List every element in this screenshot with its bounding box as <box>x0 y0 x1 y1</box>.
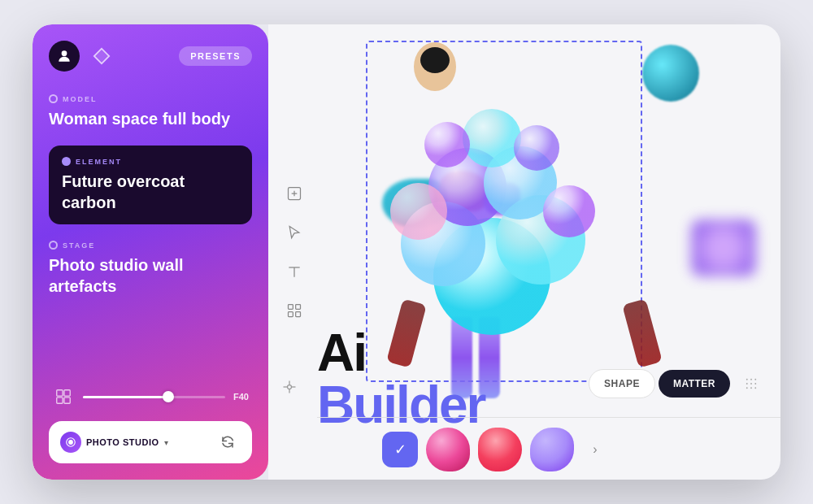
svg-point-0 <box>62 50 67 56</box>
layers-icon <box>52 385 75 408</box>
svg-point-26 <box>424 122 470 167</box>
thumbnails-row: ✓ › <box>317 428 780 471</box>
matter-button[interactable]: MATTER <box>659 370 730 398</box>
chevron-down-icon: ▾ <box>164 438 168 447</box>
slider-thumb[interactable] <box>163 391 174 402</box>
cursor-tool-button[interactable] <box>281 219 307 245</box>
shape-matter-row: SHAPE MATTER <box>589 369 764 398</box>
bottom-bar: PHOTO STUDIO ▾ <box>49 421 252 463</box>
teal-sphere-decoration <box>642 45 699 102</box>
top-bar: PRESETS <box>49 41 252 72</box>
svg-rect-12 <box>289 305 293 310</box>
diamond-icon[interactable] <box>88 42 115 70</box>
svg-rect-1 <box>57 390 63 396</box>
app-container: PRESETS MODEL Woman space full body ELEM… <box>33 24 780 480</box>
adjust-icon[interactable] <box>281 379 298 398</box>
blurred-decoration <box>691 219 756 276</box>
add-tool-button[interactable] <box>281 180 307 206</box>
svg-point-5 <box>68 440 73 445</box>
slider-fill <box>83 396 168 398</box>
sphere-cluster <box>362 89 622 366</box>
stage-value: Photo studio wall artefacts <box>49 254 252 297</box>
shape-button[interactable]: SHAPE <box>589 369 655 398</box>
next-thumbnails-button[interactable]: › <box>582 437 608 463</box>
photo-studio-label: PHOTO STUDIO <box>86 437 159 447</box>
element-box: ELEMENT Future overcoat carbon <box>49 146 252 224</box>
slider-row: F40 <box>49 385 252 408</box>
svg-rect-15 <box>296 312 301 317</box>
svg-point-23 <box>390 183 447 240</box>
arm-right <box>622 298 663 367</box>
thumbnail-1[interactable] <box>426 428 470 471</box>
stage-label: STAGE <box>49 241 252 250</box>
element-label: ELEMENT <box>62 157 239 166</box>
element-value: Future overcoat carbon <box>62 171 239 213</box>
photo-studio-button[interactable]: PHOTO STUDIO ▾ <box>60 432 207 453</box>
svg-point-37 <box>288 385 292 389</box>
builder-heading: Builder <box>317 379 485 431</box>
model-label: MODEL <box>49 94 252 103</box>
svg-point-25 <box>463 109 521 167</box>
grid-options-icon[interactable] <box>738 371 764 397</box>
confirm-button[interactable]: ✓ <box>382 432 418 467</box>
refresh-button[interactable] <box>215 429 241 455</box>
svg-rect-4 <box>64 398 70 403</box>
svg-point-27 <box>514 125 559 171</box>
grid-tool-button[interactable] <box>281 298 307 324</box>
bottom-divider <box>317 417 780 418</box>
svg-rect-2 <box>64 390 70 396</box>
text-tool-button[interactable] <box>281 259 307 285</box>
model-value: Woman space full body <box>49 108 252 129</box>
svg-point-17 <box>420 47 450 73</box>
toolbar <box>281 180 307 324</box>
thumbnail-2[interactable] <box>478 428 522 471</box>
svg-point-24 <box>543 185 595 237</box>
person-head <box>411 41 459 99</box>
svg-rect-13 <box>296 305 301 310</box>
photo-studio-icon <box>60 432 81 453</box>
avatar-icon[interactable] <box>49 41 80 72</box>
thumbnail-3[interactable] <box>530 428 574 471</box>
main-canvas: Ai Builder SHAPE MATTER <box>268 24 780 480</box>
presets-button[interactable]: PRESETS <box>179 46 252 66</box>
left-panel: PRESETS MODEL Woman space full body ELEM… <box>33 24 268 480</box>
svg-rect-14 <box>289 312 293 317</box>
slider-value: F40 <box>233 392 249 402</box>
slider-track[interactable] <box>83 396 225 398</box>
svg-rect-3 <box>57 398 63 403</box>
